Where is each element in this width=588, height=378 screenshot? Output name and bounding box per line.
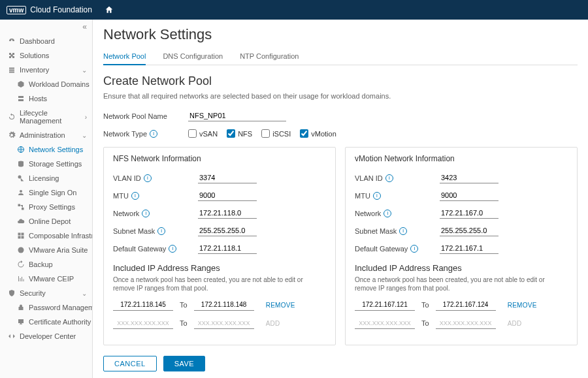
home-icon[interactable] — [100, 1, 118, 19]
checkbox-nfs[interactable]: NFS — [227, 129, 252, 138]
vmotion-gateway-input[interactable] — [440, 243, 498, 254]
cancel-button[interactable]: CANCEL — [103, 356, 157, 371]
sidebar-item-security[interactable]: Security ⌄ — [0, 286, 92, 300]
checkbox-vmotion[interactable]: vMotion — [300, 129, 336, 138]
sidebar-collapse-icon[interactable]: « — [0, 20, 92, 34]
pool-name-input[interactable] — [188, 110, 286, 121]
info-icon[interactable]: i — [131, 192, 139, 200]
sidebar-item-workload-domains[interactable]: Workload Domains — [0, 77, 92, 91]
nfs-mtu-input[interactable] — [198, 190, 257, 201]
key-icon — [17, 174, 25, 182]
sidebar-item-label: Developer Center — [20, 332, 76, 340]
info-icon[interactable]: i — [150, 130, 157, 138]
sidebar-item-label: Hosts — [29, 95, 47, 102]
sidebar-item-inventory[interactable]: Inventory ⌄ — [0, 63, 92, 77]
sidebar-item-administration[interactable]: Administration ⌄ — [0, 128, 92, 142]
tab-ntp-config[interactable]: NTP Configuration — [240, 50, 299, 65]
svg-rect-6 — [18, 233, 21, 236]
info-icon[interactable]: i — [142, 210, 150, 217]
svg-rect-8 — [18, 236, 21, 239]
to-label: To — [421, 319, 429, 327]
info-icon[interactable]: i — [399, 227, 407, 235]
chevron-down-icon: ⌄ — [82, 67, 87, 74]
gauge-icon — [8, 37, 16, 45]
tabs: Network Pool DNS Configuration NTP Confi… — [103, 50, 578, 65]
vmotion-panel-title: vMotion Network Information — [355, 154, 568, 163]
svg-rect-11 — [19, 307, 24, 310]
svg-point-10 — [18, 247, 24, 253]
save-button[interactable]: SAVE — [163, 356, 206, 371]
cycle-icon — [8, 113, 16, 121]
gear-icon — [8, 131, 16, 139]
sidebar-item-storage-settings[interactable]: Storage Settings — [0, 157, 92, 171]
info-icon[interactable]: i — [385, 174, 393, 182]
chart-icon — [17, 275, 25, 283]
svg-rect-12 — [18, 319, 24, 323]
grid-icon — [17, 232, 25, 240]
sidebar-item-ceip[interactable]: VMware CEIP — [0, 272, 92, 286]
sidebar-item-hosts[interactable]: Hosts — [0, 91, 92, 106]
brand-label: Cloud Foundation — [30, 5, 92, 14]
sidebar-item-label: Online Depot — [29, 217, 71, 225]
nfs-subnet-input[interactable] — [198, 225, 257, 236]
vmotion-range-to-input[interactable] — [436, 299, 496, 311]
sidebar-item-composable[interactable]: Composable Infrastructure — [0, 228, 92, 243]
suite-icon — [17, 246, 25, 254]
vmotion-range-from-input-empty[interactable] — [355, 317, 415, 329]
checkbox-vsan[interactable]: vSAN — [188, 129, 218, 138]
remove-button[interactable]: REMOVE — [508, 302, 537, 309]
user-icon — [17, 189, 25, 197]
info-icon[interactable]: i — [384, 210, 391, 217]
nfs-range-from-input-empty[interactable] — [113, 317, 173, 329]
sidebar-item-password-mgmt[interactable]: Password Management — [0, 300, 92, 315]
puzzle-icon — [8, 52, 16, 59]
chevron-right-icon: › — [85, 114, 87, 121]
nfs-range-from-input[interactable] — [113, 299, 173, 311]
remove-button[interactable]: REMOVE — [266, 302, 295, 309]
add-button[interactable]: ADD — [508, 320, 522, 327]
to-label: To — [180, 319, 188, 327]
code-icon — [8, 332, 16, 340]
vmotion-vlan-input[interactable] — [440, 172, 498, 183]
sidebar-item-proxy[interactable]: Proxy Settings — [0, 200, 92, 214]
sidebar-item-network-settings[interactable]: Network Settings — [0, 142, 92, 157]
nfs-range-to-input[interactable] — [194, 299, 254, 311]
vmotion-subnet-input[interactable] — [440, 225, 498, 236]
info-icon[interactable]: i — [157, 227, 165, 235]
vmotion-panel: vMotion Network Information VLAN IDi MTU… — [345, 147, 578, 345]
vmotion-mtu-input[interactable] — [440, 190, 498, 201]
vmotion-network-input[interactable] — [440, 208, 498, 219]
tab-network-pool[interactable]: Network Pool — [103, 50, 146, 65]
sidebar-item-aria[interactable]: VMware Aria Suite — [0, 243, 92, 257]
sidebar-item-label: Administration — [20, 131, 65, 139]
info-icon[interactable]: i — [373, 192, 381, 200]
sidebar-item-backup[interactable]: Backup — [0, 257, 92, 272]
sidebar-item-dashboard[interactable]: Dashboard — [0, 34, 92, 48]
sidebar-item-label: Dashboard — [20, 37, 55, 45]
nfs-gateway-input[interactable] — [198, 243, 257, 254]
info-icon[interactable]: i — [169, 245, 176, 253]
ip-ranges-desc: Once a network pool has been created, yo… — [355, 276, 568, 292]
stack-icon — [8, 66, 16, 74]
sidebar-item-solutions[interactable]: Solutions — [0, 48, 92, 63]
vmotion-range-to-input-empty[interactable] — [436, 317, 496, 329]
info-icon[interactable]: i — [410, 245, 418, 253]
proxy-icon — [17, 203, 25, 211]
sidebar-item-dev-center[interactable]: Developer Center — [0, 329, 92, 343]
add-button[interactable]: ADD — [266, 320, 280, 327]
sidebar-item-sso[interactable]: Single Sign On — [0, 185, 92, 200]
nfs-network-input[interactable] — [198, 208, 257, 219]
pool-name-label: Network Pool Name — [103, 112, 188, 120]
nfs-vlan-input[interactable] — [198, 172, 257, 183]
sidebar-item-online-depot[interactable]: Online Depot — [0, 214, 92, 228]
vmotion-range-from-input[interactable] — [355, 299, 415, 311]
info-icon[interactable]: i — [144, 174, 152, 182]
sidebar-item-licensing[interactable]: Licensing — [0, 171, 92, 185]
nfs-range-to-input-empty[interactable] — [194, 317, 254, 329]
sidebar-item-label: VMware CEIP — [29, 275, 74, 283]
checkbox-iscsi[interactable]: iSCSI — [261, 129, 291, 138]
tab-dns-config[interactable]: DNS Configuration — [163, 50, 223, 65]
sidebar-item-lifecycle[interactable]: Lifecycle Management › — [0, 106, 92, 128]
sidebar-item-label: Single Sign On — [29, 189, 76, 197]
sidebar-item-cert-auth[interactable]: Certificate Authority — [0, 315, 92, 329]
